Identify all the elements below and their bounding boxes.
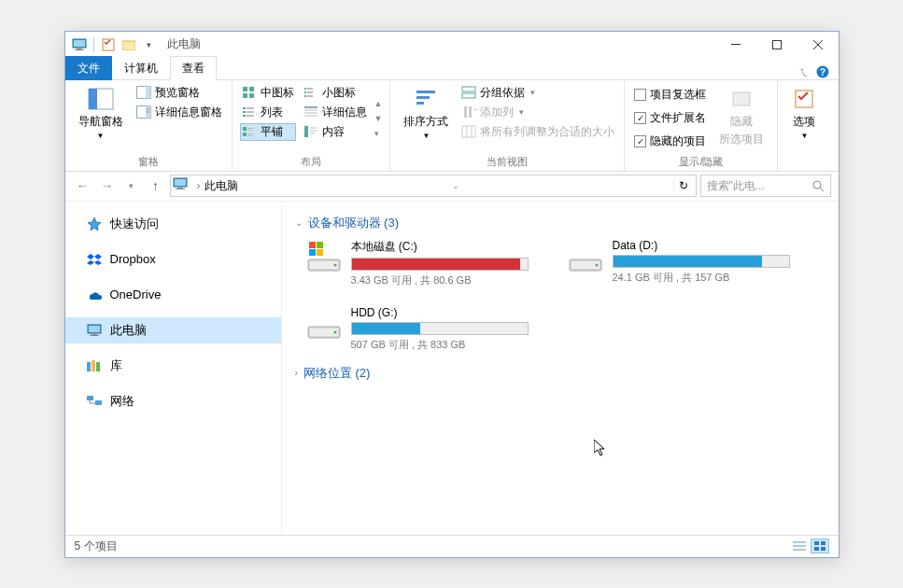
details-pane-button[interactable]: 详细信息窗格	[134, 104, 224, 121]
status-bar: 5 个项目	[65, 535, 839, 557]
minimize-button[interactable]	[715, 32, 756, 58]
search-box[interactable]: 搜索"此电...	[700, 175, 831, 197]
drive-usage-bar	[351, 322, 529, 335]
view-details-icon[interactable]	[790, 539, 809, 553]
forward-button: →	[97, 175, 118, 196]
group-header-drives[interactable]: ⌄ 设备和驱动器 (3)	[295, 215, 825, 231]
layout-details[interactable]: 详细信息	[302, 104, 369, 121]
recent-dropdown[interactable]: ▾	[121, 175, 142, 196]
svg-rect-3	[75, 49, 84, 50]
layout-content[interactable]: 内容	[302, 123, 369, 141]
layout-list[interactable]: 列表	[240, 104, 296, 121]
sidebar-item-this-pc[interactable]: 此电脑	[65, 317, 281, 343]
nav-pane-button[interactable]: 导航窗格 ▼	[73, 84, 129, 142]
sidebar-item-network[interactable]: 网络	[65, 388, 281, 414]
new-folder-icon[interactable]	[120, 36, 137, 53]
ribbon-group-showhide: 项目复选框 ✓文件扩展名 ✓隐藏的项目 隐藏 所选项目 显示/隐藏	[625, 80, 778, 171]
sidebar-label: Dropbox	[110, 252, 156, 266]
svg-rect-63	[177, 188, 183, 189]
svg-rect-23	[247, 107, 254, 109]
sidebar-item-libraries[interactable]: 库	[65, 353, 281, 379]
titlebar[interactable]: ▾ 此电脑	[65, 32, 839, 58]
svg-rect-44	[304, 126, 308, 137]
ribbon: 导航窗格 ▼ 预览窗格 详细信息窗格 窗格 中图标 列表 平铺	[65, 80, 839, 172]
svg-text:?: ?	[819, 67, 825, 77]
svg-rect-73	[96, 362, 100, 371]
layout-medium-icons[interactable]: 中图标	[240, 84, 296, 102]
item-checkboxes-toggle[interactable]: 项目复选框	[632, 86, 708, 104]
group-by-button[interactable]: 分组依据▾	[459, 84, 616, 102]
drives-list: 本地磁盘 (C:)3.43 GB 可用 , 共 80.6 GBData (D:)…	[306, 239, 825, 352]
sidebar-item-dropbox[interactable]: Dropbox	[65, 246, 281, 273]
address-bar[interactable]: › 此电脑 ⌄ ↻	[170, 175, 697, 197]
collapse-ribbon-icon[interactable]: ㄟ	[798, 65, 809, 79]
group-header-network[interactable]: › 网络位置 (2)	[295, 365, 825, 382]
svg-rect-75	[95, 400, 102, 405]
svg-rect-37	[307, 91, 313, 93]
view-tiles-icon[interactable]	[811, 539, 829, 553]
address-dropdown-icon[interactable]: ⌄	[445, 181, 466, 190]
drive-item[interactable]: HDD (G:)507 GB 可用 , 共 833 GB	[306, 306, 540, 352]
drive-item[interactable]: 本地磁盘 (C:)3.43 GB 可用 , 共 80.6 GB	[306, 239, 540, 287]
svg-rect-35	[307, 88, 313, 90]
crumb-chevron[interactable]: ›	[197, 179, 201, 192]
ribbon-group-layout: 中图标 列表 平铺 小图标 详细信息 内容 ▲ ▼ ▾ 布局	[233, 80, 391, 171]
svg-rect-30	[247, 130, 252, 131]
svg-line-66	[820, 188, 824, 191]
svg-rect-64	[176, 189, 185, 189]
close-button[interactable]	[797, 32, 839, 58]
qat-dropdown-icon[interactable]: ▾	[141, 36, 158, 53]
up-button[interactable]: ↑	[146, 175, 166, 196]
tab-computer[interactable]: 计算机	[112, 56, 170, 80]
sidebar-label: OneDrive	[110, 287, 162, 301]
quick-access-toolbar: ▾	[71, 36, 158, 53]
svg-rect-7	[772, 40, 781, 49]
sidebar-item-quick-access[interactable]: 快速访问	[65, 211, 281, 237]
file-ext-toggle[interactable]: ✓文件扩展名	[632, 109, 708, 127]
content-area[interactable]: ⌄ 设备和驱动器 (3) 本地磁盘 (C:)3.43 GB 可用 , 共 80.…	[282, 202, 839, 535]
help-icon[interactable]: ?	[816, 65, 829, 78]
svg-point-85	[595, 263, 598, 266]
drive-item[interactable]: Data (D:)24.1 GB 可用 , 共 157 GB	[568, 239, 801, 287]
svg-rect-69	[92, 334, 97, 335]
size-columns-button: 将所有列调整为合适的大小	[459, 123, 616, 141]
drive-icon	[306, 306, 342, 342]
tab-file[interactable]: 文件	[65, 56, 112, 80]
svg-rect-94	[814, 547, 819, 551]
sidebar-item-onedrive[interactable]: OneDrive	[65, 282, 281, 308]
sort-by-button[interactable]: 排序方式 ▼	[398, 84, 454, 153]
refresh-button[interactable]: ↻	[673, 179, 694, 192]
maximize-button[interactable]	[756, 32, 797, 58]
svg-rect-21	[249, 93, 254, 98]
drive-usage-bar	[613, 255, 790, 268]
crumb-this-pc[interactable]: 此电脑	[205, 178, 238, 194]
hidden-items-toggle[interactable]: ✓隐藏的项目	[632, 133, 708, 150]
svg-rect-4	[103, 39, 114, 50]
sidebar-label: 库	[110, 357, 122, 374]
preview-pane-button[interactable]: 预览窗格	[134, 84, 224, 102]
chevron-right-icon: ›	[295, 368, 298, 378]
layout-small-icons[interactable]: 小图标	[302, 84, 369, 102]
tab-view[interactable]: 查看	[170, 56, 217, 80]
pc-icon	[71, 36, 88, 53]
layout-expand[interactable]: ▾	[374, 129, 383, 138]
group-label-options	[785, 156, 823, 171]
svg-rect-38	[304, 95, 306, 97]
window-title: 此电脑	[167, 36, 201, 52]
group-label-showhide: 显示/隐藏	[632, 153, 769, 171]
svg-rect-1	[74, 40, 85, 47]
properties-icon[interactable]	[100, 36, 117, 53]
svg-rect-11	[89, 89, 97, 109]
options-button[interactable]: 选项 ▼	[785, 84, 823, 156]
layout-scroll-up[interactable]: ▲	[374, 99, 383, 108]
drive-name: Data (D:)	[613, 239, 801, 252]
back-button[interactable]: ←	[73, 175, 93, 196]
svg-rect-34	[304, 88, 306, 90]
svg-rect-62	[175, 179, 186, 186]
layout-scroll-down[interactable]: ▼	[374, 114, 383, 123]
libraries-icon	[86, 357, 103, 374]
separator	[93, 37, 94, 52]
layout-tiles[interactable]: 平铺	[240, 123, 296, 141]
svg-point-88	[333, 330, 336, 333]
svg-point-65	[813, 181, 821, 189]
